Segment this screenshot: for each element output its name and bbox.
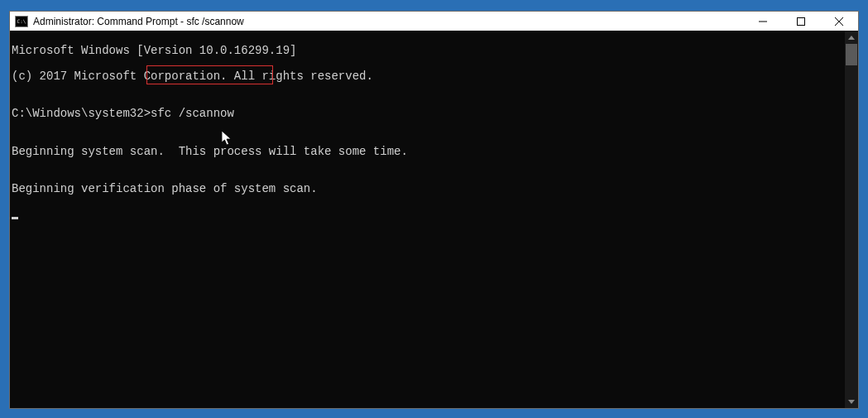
svg-rect-1 bbox=[798, 17, 805, 25]
prompt-line: C:\Windows\system32>sfc /scannow bbox=[12, 108, 845, 120]
cursor-line bbox=[12, 209, 845, 221]
vertical-scrollbar[interactable] bbox=[845, 31, 858, 408]
cmd-icon: C:\ bbox=[15, 16, 28, 27]
scroll-up-button[interactable] bbox=[845, 31, 858, 44]
close-button[interactable] bbox=[820, 12, 858, 31]
console-area[interactable]: Microsoft Windows [Version 10.0.16299.19… bbox=[10, 31, 858, 408]
window-controls bbox=[744, 12, 858, 31]
prompt-text: C:\Windows\system32> bbox=[12, 107, 151, 120]
scroll-down-button[interactable] bbox=[845, 395, 858, 408]
cmd-icon-label: C:\ bbox=[17, 19, 26, 24]
output-line: Microsoft Windows [Version 10.0.16299.19… bbox=[12, 45, 845, 57]
scroll-thumb[interactable] bbox=[846, 44, 857, 65]
text-cursor bbox=[12, 217, 18, 219]
window-title: Administrator: Command Prompt - sfc /sca… bbox=[33, 16, 744, 27]
maximize-button[interactable] bbox=[782, 12, 820, 31]
output-line: Beginning system scan. This process will… bbox=[12, 146, 845, 158]
output-line: (c) 2017 Microsoft Corporation. All righ… bbox=[12, 70, 845, 83]
titlebar[interactable]: C:\ Administrator: Command Prompt - sfc … bbox=[10, 12, 858, 31]
command-text: sfc /scannow bbox=[151, 107, 234, 120]
console-output: Microsoft Windows [Version 10.0.16299.19… bbox=[10, 31, 845, 408]
minimize-button[interactable] bbox=[744, 12, 782, 31]
command-prompt-window: C:\ Administrator: Command Prompt - sfc … bbox=[9, 11, 859, 409]
output-line: Beginning verification phase of system s… bbox=[12, 183, 845, 195]
